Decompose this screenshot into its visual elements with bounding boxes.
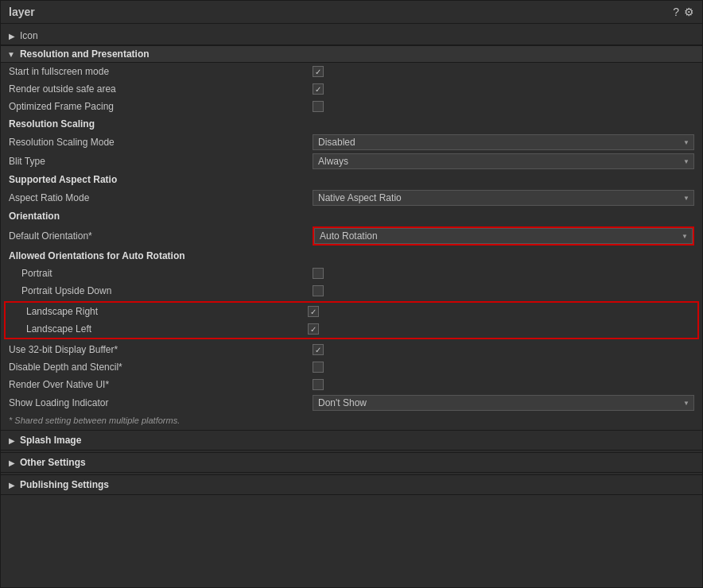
landscape-right-row: Landscape Right [6,303,697,320]
portrait-upside-down-row: Portrait Upside Down [1,282,702,300]
landscape-left-control [308,323,689,335]
resolution-section-title: Resolution and Presentation [20,48,150,60]
settings-icon[interactable]: ⚙ [684,6,694,18]
footnote: * Shared setting between multiple platfo… [1,412,702,428]
render-outside-control [313,83,694,95]
render-over-native-checkbox[interactable] [313,379,324,390]
portrait-row: Portrait [1,265,702,282]
optimized-frame-pacing-label: Optimized Frame Pacing [9,101,313,112]
orientation-header-label: Orientation [9,211,694,222]
resolution-scaling-header-row: Resolution Scaling [1,115,702,133]
show-loading-dropdown-wrapper: Don't Show Large Inversed Large Small In… [313,395,694,411]
start-fullscreen-label: Start in fullscreen mode [9,66,313,77]
disable-depth-control [313,362,694,373]
allowed-orientations-header-row: Allowed Orientations for Auto Rotation [1,247,702,265]
show-loading-select[interactable]: Don't Show Large Inversed Large Small In… [313,395,694,411]
orientation-header-row: Orientation [1,207,702,225]
landscape-left-label: Landscape Left [14,323,308,335]
optimized-frame-pacing-checkbox[interactable] [313,101,324,112]
disable-depth-checkbox[interactable] [313,362,324,373]
icon-section-arrow: ▶ [9,32,15,41]
use-32bit-row: Use 32-bit Display Buffer* [1,341,702,358]
use-32bit-label: Use 32-bit Display Buffer* [9,344,313,355]
blit-type-label: Blit Type [9,156,313,167]
title-bar: layer ? ⚙ [1,1,702,24]
blit-type-control: Always Never Auto [313,153,694,169]
default-orientation-label: Default Orientation* [9,230,313,242]
resolution-scaling-mode-label: Resolution Scaling Mode [9,137,313,148]
aspect-ratio-mode-control: Native Aspect Ratio Custom [313,190,694,206]
other-settings-section-title: Other Settings [20,457,86,468]
main-window: layer ? ⚙ ▶ Icon ▼ Resolution and Presen… [0,0,703,588]
default-orientation-control: Auto Rotation Portrait Portrait Upside D… [313,226,694,246]
supported-aspect-ratio-header-row: Supported Aspect Ratio [1,171,702,188]
default-orientation-dropdown-wrapper: Auto Rotation Portrait Portrait Upside D… [313,226,694,246]
render-outside-row: Render outside safe area [1,80,702,98]
supported-aspect-ratio-header-label: Supported Aspect Ratio [9,174,694,185]
blit-type-dropdown-wrapper: Always Never Auto [313,153,694,169]
splash-section-arrow: ▶ [9,436,15,445]
optimized-frame-pacing-control [313,101,694,112]
start-fullscreen-row: Start in fullscreen mode [1,63,702,80]
aspect-ratio-mode-row: Aspect Ratio Mode Native Aspect Ratio Cu… [1,188,702,207]
splash-section-title: Splash Image [20,435,81,446]
aspect-ratio-mode-label: Aspect Ratio Mode [9,192,313,203]
render-over-native-control [313,379,694,390]
landscape-right-checkbox[interactable] [308,306,319,317]
publishing-section-header[interactable]: ▶ Publishing Settings [1,474,702,495]
aspect-ratio-mode-dropdown-wrapper: Native Aspect Ratio Custom [313,190,694,206]
aspect-ratio-mode-select[interactable]: Native Aspect Ratio Custom [313,190,694,206]
show-loading-control: Don't Show Large Inversed Large Small In… [313,395,694,411]
resolution-section-arrow: ▼ [7,50,15,59]
other-settings-section-arrow: ▶ [9,458,15,467]
resolution-scaling-mode-select[interactable]: Disabled Fixed DPI [313,134,694,150]
landscape-left-row: Landscape Left [6,320,697,338]
default-orientation-select[interactable]: Auto Rotation Portrait Portrait Upside D… [314,228,693,244]
portrait-label: Portrait [9,268,313,279]
landscape-group: Landscape Right Landscape Left [4,301,699,339]
landscape-left-checkbox[interactable] [308,323,319,335]
icon-section-title: Icon [20,30,38,41]
portrait-upside-down-checkbox[interactable] [313,285,324,296]
use-32bit-checkbox[interactable] [313,344,324,355]
start-fullscreen-checkbox[interactable] [313,66,324,77]
disable-depth-row: Disable Depth and Stencil* [1,358,702,376]
show-loading-row: Show Loading Indicator Don't Show Large … [1,393,702,412]
render-over-native-row: Render Over Native UI* [1,376,702,393]
portrait-control [313,268,694,279]
blit-type-select[interactable]: Always Never Auto [313,153,694,169]
resolution-scaling-mode-dropdown-wrapper: Disabled Fixed DPI [313,134,694,150]
publishing-section-title: Publishing Settings [20,479,109,490]
landscape-right-control [308,306,689,317]
render-outside-label: Render outside safe area [9,83,313,95]
disable-depth-label: Disable Depth and Stencil* [9,362,313,373]
help-icon[interactable]: ? [673,6,679,18]
resolution-scaling-header-label: Resolution Scaling [9,118,694,130]
landscape-right-label: Landscape Right [14,306,308,317]
resolution-section-header[interactable]: ▼ Resolution and Presentation [1,45,702,63]
show-loading-label: Show Loading Indicator [9,397,313,408]
splash-section-header[interactable]: ▶ Splash Image [1,430,702,451]
portrait-upside-down-control [313,285,694,296]
portrait-checkbox[interactable] [313,268,324,279]
render-outside-checkbox[interactable] [313,83,324,95]
optimized-frame-pacing-row: Optimized Frame Pacing [1,98,702,115]
use-32bit-control [313,344,694,355]
allowed-orientations-header-label: Allowed Orientations for Auto Rotation [9,250,694,261]
render-over-native-label: Render Over Native UI* [9,379,313,390]
default-orientation-row: Default Orientation* Auto Rotation Portr… [1,225,702,247]
resolution-scaling-mode-row: Resolution Scaling Mode Disabled Fixed D… [1,133,702,152]
other-settings-section-header[interactable]: ▶ Other Settings [1,452,702,473]
publishing-section-arrow: ▶ [9,481,15,489]
title-bar-icons: ? ⚙ [673,6,694,18]
blit-type-row: Blit Type Always Never Auto [1,152,702,171]
resolution-scaling-mode-control: Disabled Fixed DPI [313,134,694,150]
portrait-upside-down-label: Portrait Upside Down [9,285,313,296]
content-area: ▶ Icon ▼ Resolution and Presentation Sta… [1,24,702,498]
icon-section-header[interactable]: ▶ Icon [1,27,702,45]
window-title: layer [9,6,35,18]
start-fullscreen-control [313,66,694,77]
footnote-text: * Shared setting between multiple platfo… [9,416,180,425]
